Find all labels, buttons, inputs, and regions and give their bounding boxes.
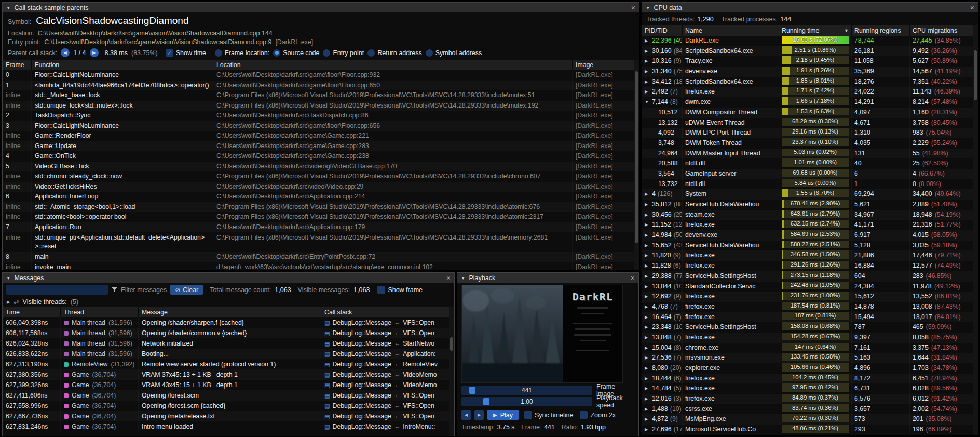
cpu-process-row[interactable]: ▶15,004(8)chrome.exe147 ms (0.64%)7,1613…	[642, 343, 978, 353]
col-running-time[interactable]: Running time▼	[779, 25, 852, 36]
expand-tree-icon[interactable]: ▶	[645, 343, 650, 353]
message-callstack[interactable]: ▤DebugLog::Message←VFS::Open	[321, 401, 454, 411]
expand-tree-icon[interactable]: ▶	[645, 414, 650, 425]
expand-tree-icon[interactable]: ▶	[645, 374, 650, 384]
visible-threads-row[interactable]: ▶ ⇄ Visible threads: (5)	[3, 297, 454, 307]
col-pid-tid[interactable]: PID/TID	[642, 25, 683, 36]
col-thread[interactable]: Thread	[61, 307, 139, 317]
expand-tree-icon[interactable]: ▶	[645, 210, 650, 220]
cpu-thread-row[interactable]: 3,564GameInput server69.68 us (0.00%)64(…	[642, 169, 978, 179]
expand-tree-icon[interactable]: ▶	[645, 363, 650, 374]
message-callstack[interactable]: ▤DebugLog::Message←VideoMemo	[321, 380, 454, 390]
col-function[interactable]: Function	[32, 60, 213, 70]
col-frame[interactable]: Frame	[3, 60, 32, 70]
callstack-titlebar[interactable]: ▼ Call stack sample parents ×	[3, 3, 639, 12]
cpu-process-row[interactable]: ▶27,536(7)msvsmon.exe133.45 ms (0.58%)5,…	[642, 353, 978, 363]
col-name[interactable]: Name	[683, 25, 779, 36]
close-icon[interactable]: ×	[446, 274, 451, 282]
cpu-process-row[interactable]: ▶29,388(77)ServiceHub.SettingsHost273.15…	[642, 271, 978, 282]
expand-tree-icon[interactable]: ▶	[645, 67, 650, 77]
cpu-process-row[interactable]: ▶4(126)System1.55 s (6.70%)69,29434,400(…	[642, 189, 978, 200]
callstack-frame-row[interactable]: 2TaskDispatch::SyncC:\Users\wolf\Desktop…	[3, 111, 639, 121]
clear-button[interactable]: ⊘ Clear	[170, 285, 203, 295]
callstack-frame-row[interactable]: inlinestd::unique_ptr<Application,std::d…	[3, 232, 639, 252]
expand-tree-icon[interactable]: ▶	[645, 282, 650, 292]
cpu-process-row[interactable]: ▶11,828(6)firefox.exe291.26 ms (1.26%)16…	[642, 261, 978, 271]
message-callstack[interactable]: ▤DebugLog::Message←IntroMenu::	[321, 421, 454, 432]
expand-tree-icon[interactable]: ▶	[645, 312, 650, 323]
expand-tree-icon[interactable]: ▶	[645, 322, 650, 333]
collapse-icon[interactable]: ▼	[6, 275, 10, 281]
cpu-thread-row[interactable]: 24,964DWM Master Input Thread5.03 ms (0.…	[642, 149, 978, 159]
callstack-frame-row[interactable]: 1<lambda_84a19dc444fae966ca174e83e708bdc…	[3, 81, 639, 91]
play-button[interactable]: ▶ Play	[487, 410, 519, 420]
expand-tree-icon[interactable]: ▶	[645, 200, 650, 210]
radio-symbol-address[interactable]: Symbol address	[426, 49, 482, 57]
expand-tree-icon[interactable]: ▶	[645, 404, 650, 415]
col-image[interactable]: Image	[573, 60, 639, 70]
callstack-frame-row[interactable]: 8mainC:\Users\wolf\Desktop\darkrl\src\En…	[3, 252, 639, 262]
cpu-process-row[interactable]: ▶18,444(6)firefox.exe104.2 ms (0.45%)8,1…	[642, 374, 978, 384]
filter-input[interactable]	[6, 285, 108, 295]
collapse-icon[interactable]: ▼	[6, 5, 10, 10]
radio-return-address[interactable]: Return address	[367, 49, 421, 57]
close-icon[interactable]: ×	[631, 274, 635, 282]
message-row[interactable]: 627,667,736nsGame(36,704)Opening /meta/r…	[3, 411, 454, 421]
message-callstack[interactable]: ▤DebugLog::Message←RemoteViev	[321, 359, 454, 369]
message-row[interactable]: 626,833,622nsMain thread(31,596)Booting.…	[3, 349, 454, 359]
col-callstack[interactable]: Call stack	[321, 307, 454, 317]
expand-tree-icon[interactable]: ▶	[645, 271, 650, 282]
cpu-process-row[interactable]: ▶35,812(88)ServiceHub.DataWarehou670.41 …	[642, 200, 978, 210]
zoom-2x-checkbox[interactable]: Zoom 2x	[580, 411, 616, 419]
cpu-process-row[interactable]: ▶12,016(3)firefox.exe84.89 ms (0.37%)6,5…	[642, 394, 978, 404]
radio-entry-point[interactable]: Entry point	[323, 49, 364, 57]
callstack-scrollbar[interactable]	[634, 60, 639, 270]
cpu-process-row[interactable]: ▶14,984(50)devenv.exe584.69 ms (2.53%)6,…	[642, 230, 978, 241]
message-callstack[interactable]: ▤DebugLog::Message←VFS::Open	[321, 317, 454, 328]
callstack-frame-row[interactable]: inlineGame::RenderFloorC:\Users\wolf\Des…	[3, 131, 639, 141]
message-callstack[interactable]: ▤DebugLog::Message←VFS::Open	[321, 411, 454, 421]
message-row[interactable]: 627,411,606nsGame(36,704)Opening /forest…	[3, 390, 454, 401]
expand-tree-icon[interactable]: ▶	[645, 333, 650, 343]
cpu-thread-row[interactable]: 13,132uDWM Event Thread68.29 ms (0.30%)4…	[642, 118, 978, 128]
callstack-frame-row[interactable]: 6Application::InnerLoopC:\Users\wolf\Des…	[3, 192, 639, 202]
message-callstack[interactable]: ▤DebugLog::Message←StartNetwo	[321, 338, 454, 349]
cpu-titlebar[interactable]: ▼ CPU data ×	[642, 3, 978, 12]
cpu-process-row[interactable]: ▶31,340(75)devenv.exe1.91 s (8.26%)35,36…	[642, 67, 978, 77]
callstack-frame-row[interactable]: inlineVideo::GetTicksHiResC:\Users\wolf\…	[3, 182, 639, 192]
playback-titlebar[interactable]: ▼ Playback ×	[457, 273, 638, 283]
callstack-frame-row[interactable]: 7Application::RunC:\Users\wolf\Desktop\d…	[3, 222, 639, 233]
expand-tree-icon[interactable]: ▶	[645, 189, 650, 200]
cpu-process-row[interactable]: ▶12,692(9)firefox.exe231.76 ms (1.00%)15…	[642, 292, 978, 302]
cpu-thread-row[interactable]: 3,748DWM Token Thread23.37 ms (0.10%)4,0…	[642, 138, 978, 149]
expand-tree-icon[interactable]: ▶	[645, 241, 650, 251]
callstack-frame-row[interactable]: 4Game::OnTickC:\Users\wolf\Desktop\darkr…	[3, 151, 639, 162]
expand-tree-icon[interactable]: ▶	[645, 302, 650, 312]
cpu-process-row[interactable]: ▶34,412(18)ScriptedSandbox64.exe1.85 s (…	[642, 77, 978, 87]
cpu-thread-row[interactable]: 4,092DWM LPC Port Thread29.16 ms (0.13%)…	[642, 128, 978, 138]
scrollbar-thumb[interactable]	[635, 71, 638, 243]
message-row[interactable]: 606,049,398nsMain thread(31,596)Opening …	[3, 317, 454, 328]
callstack-frame-row[interactable]: inlinestd::_Atomic_storage<bool,1>::load…	[3, 202, 639, 213]
radio-source-code[interactable]: Source code	[273, 49, 319, 57]
col-running-regions[interactable]: Running regions	[852, 25, 910, 36]
scrollbar-thumb[interactable]	[450, 337, 453, 351]
cpu-thread-row[interactable]: 13,732ntdll.dll5.84 us (0.00%)10(0.00%)	[642, 179, 978, 190]
cpu-process-row[interactable]: ▶11,152(12)firefox.exe632.15 ms (2.74%)4…	[642, 220, 978, 230]
close-icon[interactable]: ×	[970, 4, 974, 11]
show-time-checkbox[interactable]: ✓ Show time	[166, 49, 206, 57]
next-parent-button[interactable]: ▶	[90, 48, 99, 57]
scrollbar-thumb[interactable]	[974, 50, 977, 100]
cpu-process-row[interactable]: ▼7,144(8)dwm.exe1.66 s (7.18%)14,2918,21…	[642, 97, 978, 108]
sync-timeline-checkbox[interactable]: Sync timeline	[524, 411, 573, 419]
cpu-thread-row[interactable]: 20,508ntdll.dll1.01 ms (0.00%)4025(62.50…	[642, 158, 978, 169]
cpu-process-row[interactable]: ▶30,160(84)ScriptedSandbox64.exe2.51 s (…	[642, 46, 978, 57]
cpu-process-row[interactable]: ▶8,080(20)explorer.exe105.66 ms (0.46%)4…	[642, 363, 978, 374]
message-row[interactable]: 627,399,326nsGame(36,704)VRAM 43x45: 15 …	[3, 380, 454, 390]
cpu-process-row[interactable]: ▶14,784(5)firefox.exe97.95 ms (0.42%)6,7…	[642, 383, 978, 394]
message-row[interactable]: 627,313,190nsRemoteView(31,392)Remote vi…	[3, 359, 454, 369]
expand-tree-icon[interactable]: ▶	[645, 87, 650, 97]
message-callstack[interactable]: ▤DebugLog::Message←VFS::Open	[321, 390, 454, 401]
message-row[interactable]: 627,558,996nsGame(36,704)Opening /forest…	[3, 401, 454, 411]
callstack-frame-row[interactable]: inlinestd::unique_lock<std::mutex>::lock…	[3, 101, 639, 111]
